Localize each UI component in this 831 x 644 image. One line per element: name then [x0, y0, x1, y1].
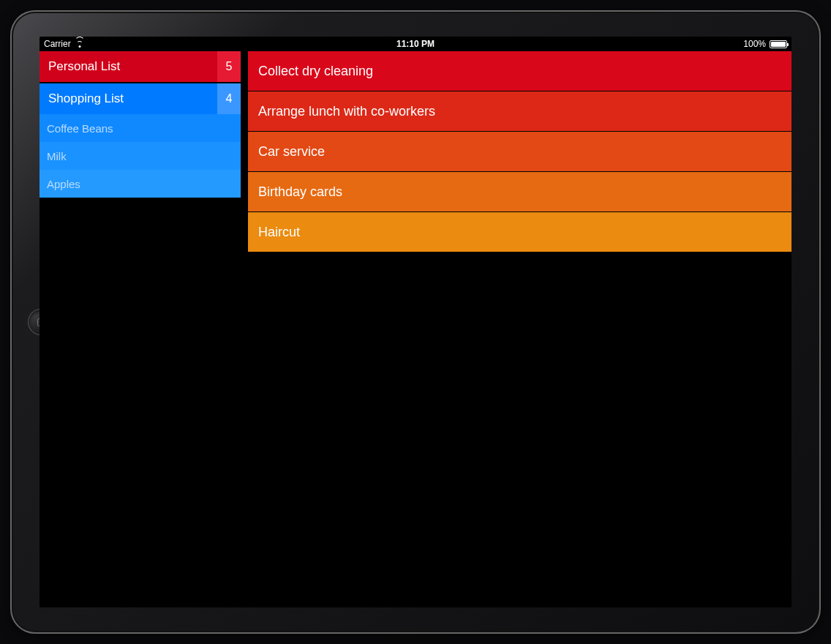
- battery-percent-label: 100%: [743, 39, 766, 49]
- task-row[interactable]: Arrange lunch with co-workers: [248, 91, 791, 131]
- task-row[interactable]: Car service: [248, 132, 791, 171]
- sidebar-subitem-label: Milk: [47, 150, 67, 162]
- screen: Carrier 11:10 PM 100% Personal List 5: [40, 37, 791, 607]
- status-bar: Carrier 11:10 PM 100%: [40, 37, 791, 51]
- carrier-label: Carrier: [44, 39, 71, 49]
- task-row[interactable]: Haircut: [248, 212, 791, 252]
- task-title: Collect dry cleaning: [258, 64, 373, 79]
- sidebar-subitem[interactable]: Milk: [40, 142, 241, 170]
- main-task-list: Collect dry cleaning Arrange lunch with …: [248, 51, 791, 607]
- task-title: Haircut: [258, 225, 300, 240]
- battery-icon: [770, 40, 787, 48]
- task-title: Car service: [258, 144, 325, 160]
- sidebar-list-count-badge: 4: [217, 83, 241, 114]
- sidebar: Personal List 5 Shopping List 4 Coffee B…: [40, 51, 241, 607]
- task-row[interactable]: Birthday cards: [248, 172, 791, 211]
- sidebar-subitem-label: Coffee Beans: [47, 122, 113, 135]
- sidebar-list-personal[interactable]: Personal List 5: [40, 51, 241, 82]
- status-right: 100%: [743, 39, 787, 49]
- sidebar-list-count-badge: 5: [217, 51, 241, 82]
- app-root: Personal List 5 Shopping List 4 Coffee B…: [40, 51, 791, 607]
- sidebar-subitems: Coffee Beans Milk Apples: [40, 114, 241, 198]
- sidebar-list-label: Personal List: [48, 59, 120, 74]
- sidebar-subitem[interactable]: Apples: [40, 170, 241, 198]
- sidebar-list-label: Shopping List: [48, 91, 124, 106]
- status-left: Carrier: [44, 39, 85, 49]
- wifi-icon: [75, 40, 85, 48]
- sidebar-subitem-label: Apples: [47, 178, 80, 190]
- task-title: Arrange lunch with co-workers: [258, 104, 435, 119]
- sidebar-subitem[interactable]: Coffee Beans: [40, 114, 241, 142]
- task-title: Birthday cards: [258, 184, 342, 200]
- clock-label: 11:10 PM: [396, 39, 435, 49]
- task-row[interactable]: Collect dry cleaning: [248, 51, 791, 91]
- sidebar-list-shopping[interactable]: Shopping List 4: [40, 83, 241, 114]
- ipad-frame: Carrier 11:10 PM 100% Personal List 5: [10, 10, 821, 634]
